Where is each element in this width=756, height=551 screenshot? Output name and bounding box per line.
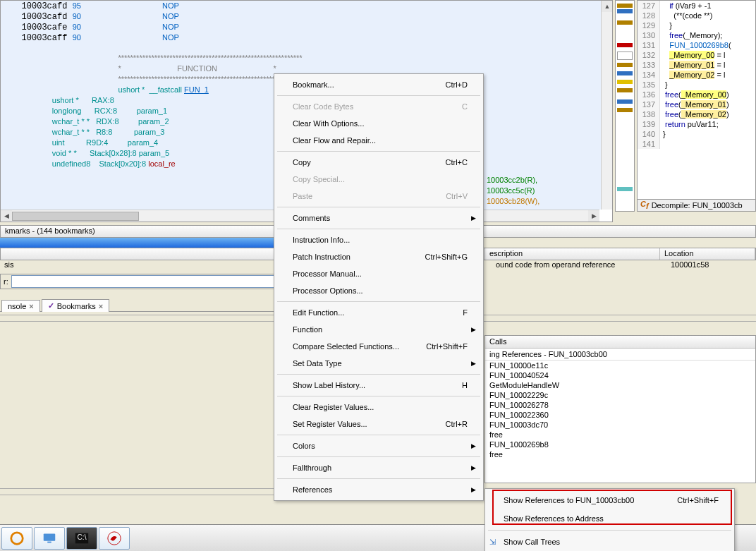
menu-show-call-trees[interactable]: ⇲ Show Call Trees [487, 533, 733, 551]
menu-edit-function[interactable]: Edit Function...F [276, 304, 482, 321]
menu-copy[interactable]: CopyCtrl+C [276, 154, 482, 171]
menu-colors[interactable]: Colors▶ [276, 437, 482, 454]
bookmarks-count-label: kmarks - (144 bookmarks) [5, 226, 95, 235]
taskbar-button-app2[interactable] [34, 527, 65, 550]
list-item[interactable]: FUN_100022360 [485, 410, 755, 420]
menu-show-references-to-address[interactable]: Show References to Address [487, 509, 733, 528]
list-item[interactable]: FUN_1000269b8 [485, 440, 755, 449]
menu-paste: PasteCtrl+V [276, 188, 482, 205]
svg-rect-1 [44, 533, 56, 540]
menu-set-data-type[interactable]: Set Data Type▶ [276, 355, 482, 372]
scroll-up-icon[interactable]: ▲ [602, 1, 613, 12]
tab-bookmarks[interactable]: ✓ Bookmarks × [42, 299, 109, 312]
chevron-right-icon: ▶ [471, 214, 476, 222]
list-item[interactable]: FUN_100040524 [485, 370, 755, 380]
chevron-right-icon: ▶ [471, 360, 476, 367]
overview-minimap[interactable] [615, 0, 635, 212]
decompile-panel[interactable]: 127 if (iVar9 + -1128 (**(code **)129 }1… [637, 0, 756, 212]
monitor-icon [42, 531, 57, 546]
menu-compare-functions[interactable]: Compare Selected Functions...Ctrl+Shift+… [276, 338, 482, 355]
svg-text:C:\: C:\ [78, 533, 87, 540]
chevron-right-icon: ▶ [471, 464, 476, 471]
checkmark-icon: ✓ [48, 301, 54, 310]
filter-label: r: [1, 277, 11, 286]
tree-icon: ⇲ [489, 538, 496, 547]
menu-clear-flow-repair[interactable]: Clear Flow and Repair... [276, 132, 482, 149]
svg-rect-2 [47, 541, 51, 543]
menu-instruction-info[interactable]: Instruction Info... [276, 231, 482, 248]
calls-panel: Calls ing References - FUN_10003cb00 FUN… [484, 335, 756, 483]
col-description[interactable]: escription [485, 248, 660, 260]
menu-fallthrough[interactable]: Fallthrough▶ [276, 459, 482, 476]
scrollbar-thumb[interactable] [12, 212, 139, 221]
menu-clear-code-bytes: Clear Code BytesC [276, 98, 482, 115]
menu-clear-register-values[interactable]: Clear Register Values... [276, 399, 482, 416]
tab-console-label: nsole [8, 302, 26, 310]
context-menu: Bookmark...Ctrl+D Clear Code BytesC Clea… [274, 73, 484, 501]
tab-bookmarks-label: Bookmarks [57, 302, 96, 310]
menu-show-label-history[interactable]: Show Label History...H [276, 377, 482, 394]
scroll-right-icon[interactable]: ▶ [588, 210, 599, 222]
calls-header: Calls [485, 336, 755, 349]
list-item[interactable]: FUN_10003dc70 [485, 420, 755, 430]
list-item[interactable]: FUN_10002229c [485, 390, 755, 400]
svg-point-0 [11, 532, 23, 544]
orange-circle-icon [9, 531, 25, 546]
chevron-right-icon: ▶ [471, 326, 476, 333]
col-location[interactable]: Location [660, 248, 755, 260]
xref-block: 10003cc2b(R), 10003cc5c(R) 10003cb28(W), [487, 175, 539, 207]
decompile-icon: Cf [640, 200, 649, 210]
row-location: 100001c58 [666, 260, 713, 272]
chevron-right-icon: ▶ [471, 442, 476, 449]
tab-console[interactable]: nsole × [1, 300, 40, 312]
scroll-left-icon[interactable]: ◀ [1, 210, 12, 222]
list-item[interactable]: free [485, 430, 755, 440]
list-item[interactable]: free [485, 449, 755, 459]
close-icon[interactable]: × [99, 302, 103, 310]
chevron-right-icon: ▶ [471, 486, 476, 493]
menu-show-references-to-fun[interactable]: Show References to FUN_10003cb00Ctrl+Shi… [487, 491, 733, 509]
menu-comments[interactable]: Comments▶ [276, 210, 482, 226]
menu-copy-special: Copy Special... [276, 171, 482, 188]
list-item[interactable]: FUN_100026278 [485, 400, 755, 410]
row-description: ound code from operand reference [492, 260, 666, 272]
references-submenu: Show References to FUN_10003cb00Ctrl+Shi… [484, 488, 735, 551]
calls-list: FUN_10000e11cFUN_100040524GetModuleHandl… [485, 361, 755, 459]
menu-clear-with-options[interactable]: Clear With Options... [276, 115, 482, 132]
menu-patch-instruction[interactable]: Patch InstructionCtrl+Shift+G [276, 248, 482, 265]
menu-set-register-values[interactable]: Set Register Values...Ctrl+R [276, 416, 482, 432]
taskbar-button-app1[interactable] [1, 527, 32, 550]
menu-bookmark[interactable]: Bookmark...Ctrl+D [276, 76, 482, 93]
menu-processor-manual[interactable]: Processor Manual... [276, 265, 482, 282]
dragon-icon [106, 531, 122, 546]
menu-processor-options[interactable]: Processor Options... [276, 282, 482, 299]
list-item[interactable]: FUN_10000e11c [485, 361, 755, 370]
decompile-title-bar: Cf Decompile: FUN_10003cb [637, 199, 756, 212]
close-icon[interactable]: × [29, 302, 33, 310]
listing-vscrollbar[interactable]: ▲ [601, 1, 613, 210]
calls-subtitle: ing References - FUN_10003cb00 [485, 349, 755, 361]
menu-references[interactable]: References▶ [276, 481, 482, 498]
taskbar-button-terminal[interactable]: C:\ [66, 527, 97, 550]
decompile-title-text: Decompile: FUN_10003cb [652, 201, 743, 210]
menu-function[interactable]: Function▶ [276, 321, 482, 338]
taskbar-button-ghidra[interactable] [99, 527, 130, 550]
terminal-icon: C:\ [74, 531, 90, 546]
list-item[interactable]: GetModuleHandleW [485, 380, 755, 390]
